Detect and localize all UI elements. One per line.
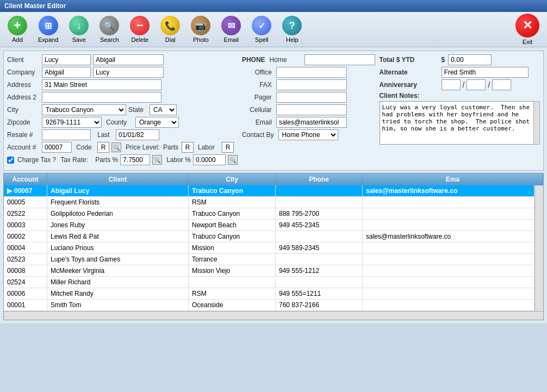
table-row[interactable]: 02523Lupe's Toys and GamesTorrance — [4, 254, 534, 265]
office-row: Office — [242, 67, 375, 78]
total-ytd-label: Total $ YTD — [380, 56, 439, 64]
resale-row: Resale # Last — [7, 129, 238, 140]
expand-button[interactable]: ⊞ Expand — [35, 14, 61, 45]
row-city: Mission — [189, 242, 276, 253]
delete-icon: − — [130, 16, 150, 35]
code-search-button[interactable]: 🔍 — [111, 142, 121, 152]
row-email — [363, 197, 534, 208]
zipcode-row: Zipcode 92679-1111 County Orange — [7, 117, 238, 128]
pager-input[interactable] — [276, 92, 347, 103]
office-label: Office — [242, 69, 272, 76]
alternate-label: Alternate — [380, 69, 439, 76]
col-account: Account — [4, 173, 47, 185]
email-input[interactable] — [276, 117, 347, 128]
account-input[interactable] — [42, 142, 72, 153]
table-row[interactable]: 00004Luciano PriousMission949 589-2345 — [4, 242, 534, 254]
search-button[interactable]: 🔍 Search — [96, 14, 122, 45]
add-icon: + — [8, 16, 27, 35]
exit-button[interactable]: ✕ Exit — [512, 11, 543, 47]
row-phone: 949 455-2345 — [276, 220, 363, 231]
parts-code-input[interactable] — [182, 142, 194, 153]
table-wrapper: ▶00007Abigail LucyTrabuco Canyonsales@ma… — [4, 185, 543, 311]
table-row[interactable]: 00003Jones RubyNewport Beach949 455-2345 — [4, 220, 534, 231]
left-form: Client Company Address Address 2 — [7, 54, 238, 167]
delete-button[interactable]: − Delete — [127, 14, 153, 45]
row-client: Smith Tom — [47, 300, 189, 310]
anniv-month-input[interactable] — [442, 79, 461, 90]
anniv-day-input[interactable] — [467, 79, 486, 90]
resale-input[interactable] — [42, 129, 91, 140]
anniversary-row: Anniversary / / — [380, 79, 540, 90]
notes-row: Lucy was a very loyal customer. Then she… — [380, 101, 540, 146]
contact-by-select[interactable]: Home Phone — [278, 129, 338, 140]
anniv-year-input[interactable] — [492, 79, 511, 90]
office-input[interactable] — [276, 67, 347, 78]
table-row[interactable]: 00001Smith TomOceanside760 837-2166 — [4, 300, 534, 311]
row-city: Trabuco Canyon — [189, 231, 276, 242]
company-last-input[interactable] — [93, 67, 164, 78]
state-select[interactable]: CA — [150, 104, 177, 115]
row-client: Frequent Florists — [47, 197, 189, 208]
email-button[interactable]: ✉ Email — [218, 14, 244, 45]
fax-input[interactable] — [276, 79, 347, 90]
help-button[interactable]: ? Help — [279, 14, 305, 45]
zipcode-select[interactable]: 92679-1111 — [42, 117, 102, 128]
notes-scrollbar[interactable] — [533, 101, 540, 145]
spell-icon: ✓ — [252, 16, 271, 35]
email-icon: ✉ — [221, 16, 241, 35]
expand-label: Expand — [38, 36, 58, 43]
save-button[interactable]: ↓ Save — [66, 14, 92, 45]
row-city: RSM — [189, 197, 276, 208]
parts-pct-input[interactable] — [120, 154, 150, 165]
row-client: Golippilotoo Pederian — [47, 208, 189, 219]
row-phone: 760 837-2166 — [276, 300, 363, 310]
table-row[interactable]: 00008McMeeker VirginiaMission Viejo949 5… — [4, 265, 534, 277]
client-notes-label-row: Client Notes: — [380, 92, 540, 99]
code-input[interactable] — [97, 142, 109, 153]
city-select[interactable]: Trabuco Canyon — [42, 104, 126, 115]
row-client: Mitchell Randy — [47, 288, 189, 299]
county-select[interactable]: Orange — [135, 117, 179, 128]
row-email — [363, 208, 534, 219]
dial-button[interactable]: 📞 Dial — [157, 14, 183, 45]
company-first-input[interactable] — [42, 67, 91, 78]
client-first-input[interactable] — [42, 54, 91, 65]
table-row[interactable]: 00005Frequent FloristsRSM — [4, 197, 534, 208]
home-phone-input[interactable] — [304, 54, 375, 65]
row-client: Luciano Prious — [47, 242, 189, 253]
client-row: Client — [7, 54, 238, 65]
table-bottom-scrollbar[interactable] — [4, 311, 543, 320]
cellular-input[interactable] — [276, 104, 347, 115]
add-button[interactable]: + Add — [4, 14, 30, 45]
charge-tax-checkbox[interactable] — [7, 157, 14, 164]
county-label: County — [106, 119, 133, 126]
row-phone — [276, 185, 363, 196]
last-input[interactable] — [116, 129, 159, 140]
table-scrollbar[interactable] — [534, 185, 543, 311]
table-row[interactable]: 02524Miller Richard — [4, 277, 534, 288]
client-last-input[interactable] — [93, 54, 164, 65]
labor-pct-input[interactable] — [193, 154, 226, 165]
anniversary-label: Anniversary — [380, 81, 439, 89]
spell-button[interactable]: ✓ Spell — [248, 14, 275, 45]
photo-button[interactable]: 📷 Photo — [188, 14, 214, 45]
address-input[interactable] — [42, 79, 161, 90]
table-row[interactable]: 00006Mitchell RandyRSM949 555=1211 — [4, 288, 534, 300]
search-label: Search — [100, 36, 119, 43]
client-notes-textarea[interactable]: Lucy was a very loyal customer. Then she… — [380, 101, 540, 145]
labor-code-input[interactable] — [222, 142, 234, 153]
row-indicator: 00008 — [4, 265, 47, 276]
alternate-input[interactable] — [442, 67, 529, 78]
row-email — [363, 277, 534, 288]
state-label: State — [128, 106, 147, 114]
contact-by-row: Contact By Home Phone — [242, 129, 375, 140]
labor-pct-search-button[interactable]: 🔍 — [228, 155, 238, 165]
address2-input[interactable] — [42, 92, 161, 103]
parts-pct-search-button[interactable]: 🔍 — [152, 155, 162, 165]
table-row[interactable]: 02522Golippilotoo PederianTrabuco Canyon… — [4, 208, 534, 220]
table-row[interactable]: 00002Lewis Red & PatTrabuco Canyonsales@… — [4, 231, 534, 242]
row-email — [363, 220, 534, 231]
table-row[interactable]: ▶00007Abigail LucyTrabuco Canyonsales@ma… — [4, 185, 534, 197]
total-ytd-input[interactable] — [448, 54, 492, 65]
last-label: Last — [97, 131, 114, 139]
